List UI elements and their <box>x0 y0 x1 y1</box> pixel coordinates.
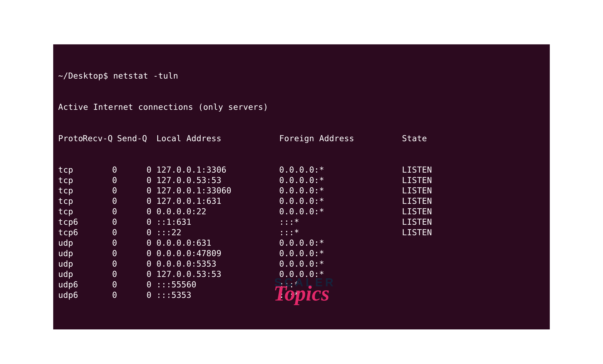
cell-foreign: 0.0.0.0:* <box>279 238 402 248</box>
cell-recvq: 0 <box>83 185 117 196</box>
scaler-topics-logo: SCALER Topics <box>267 277 336 304</box>
cell-state: LISTEN <box>402 217 441 227</box>
header-local: Local Address <box>151 133 279 144</box>
cell-recvq: 0 <box>83 248 117 259</box>
cell-state <box>402 248 441 259</box>
table-row: tcp00127.0.0.1:33060.0.0.0:*LISTEN <box>58 164 545 175</box>
cell-sendq: 0 <box>117 206 151 217</box>
cell-recvq: 0 <box>83 217 117 227</box>
cell-proto: tcp <box>58 185 83 196</box>
header-row: Proto Recv-Q Send-Q Local Address Foreig… <box>58 133 545 144</box>
cell-sendq: 0 <box>117 217 151 227</box>
cell-recvq: 0 <box>83 196 117 206</box>
header-state: State <box>402 133 441 144</box>
cell-sendq: 0 <box>117 164 151 175</box>
cell-recvq: 0 <box>83 206 117 217</box>
cell-proto: udp <box>58 248 83 259</box>
cell-recvq: 0 <box>83 259 117 269</box>
cell-sendq: 0 <box>117 238 151 248</box>
cell-foreign: 0.0.0.0:* <box>279 259 402 269</box>
table-row: tcp00127.0.0.53:530.0.0.0:*LISTEN <box>58 175 545 186</box>
cell-proto: tcp <box>58 206 83 217</box>
header-sendq: Send-Q <box>117 133 151 144</box>
cell-sendq: 0 <box>117 248 151 259</box>
table-row: tcp00127.0.0.1:6310.0.0.0:*LISTEN <box>58 196 545 206</box>
cell-proto: tcp <box>58 175 83 186</box>
cell-local: 0.0.0.0:22 <box>151 206 279 217</box>
header-proto: Proto <box>58 133 83 144</box>
cell-state <box>402 259 441 269</box>
logo-text-bottom: Topics <box>267 283 336 304</box>
cell-proto: udp <box>58 238 83 248</box>
cell-proto: tcp <box>58 196 83 206</box>
cell-foreign: 0.0.0.0:* <box>279 175 402 186</box>
cell-foreign: 0.0.0.0:* <box>279 196 402 206</box>
table-row: tcp600:::22:::*LISTEN <box>58 227 545 238</box>
cell-sendq: 0 <box>117 227 151 238</box>
cell-local: 0.0.0.0:47809 <box>151 248 279 259</box>
table-row: tcp600::1:631:::*LISTEN <box>58 217 545 227</box>
cell-state: LISTEN <box>402 164 441 175</box>
table-row: udp000.0.0.0:53530.0.0.0:* <box>58 259 545 269</box>
cell-recvq: 0 <box>83 175 117 186</box>
cell-state <box>402 238 441 248</box>
table-row: udp000.0.0.0:6310.0.0.0:* <box>58 238 545 248</box>
cell-local: :::22 <box>151 227 279 238</box>
cell-local: 127.0.0.1:33060 <box>151 185 279 196</box>
cell-sendq: 0 <box>117 259 151 269</box>
table-row: tcp000.0.0.0:220.0.0.0:*LISTEN <box>58 206 545 217</box>
cell-foreign: 0.0.0.0:* <box>279 164 402 175</box>
header-foreign: Foreign Address <box>279 133 402 144</box>
cell-local: 0.0.0.0:5353 <box>151 259 279 269</box>
cell-state: LISTEN <box>402 196 441 206</box>
cell-proto: udp <box>58 259 83 269</box>
cell-state: LISTEN <box>402 206 441 217</box>
cell-recvq: 0 <box>83 227 117 238</box>
cell-sendq: 0 <box>117 175 151 186</box>
table-row: udp000.0.0.0:478090.0.0.0:* <box>58 248 545 259</box>
cell-local: 127.0.0.1:3306 <box>151 164 279 175</box>
cell-proto: tcp6 <box>58 227 83 238</box>
cell-local: 127.0.0.1:631 <box>151 196 279 206</box>
cell-state: LISTEN <box>402 185 441 196</box>
cell-foreign: 0.0.0.0:* <box>279 248 402 259</box>
logo-container: SCALER Topics <box>0 277 603 304</box>
header-recvq: Recv-Q <box>83 133 117 144</box>
cell-foreign: :::* <box>279 217 402 227</box>
cell-state: LISTEN <box>402 175 441 186</box>
prompt-command: netstat -tuln <box>113 71 178 81</box>
prompt-line: ~/Desktop$ netstat -tuln <box>58 70 545 81</box>
cell-recvq: 0 <box>83 164 117 175</box>
cell-sendq: 0 <box>117 185 151 196</box>
prompt-path: ~/Desktop$ <box>58 71 113 81</box>
cell-foreign: 0.0.0.0:* <box>279 185 402 196</box>
cell-local: 0.0.0.0:631 <box>151 238 279 248</box>
cell-sendq: 0 <box>117 196 151 206</box>
cell-foreign: :::* <box>279 227 402 238</box>
cell-recvq: 0 <box>83 238 117 248</box>
cell-state: LISTEN <box>402 227 441 238</box>
cell-local: ::1:631 <box>151 217 279 227</box>
cell-proto: tcp <box>58 164 83 175</box>
cell-foreign: 0.0.0.0:* <box>279 206 402 217</box>
cell-local: 127.0.0.53:53 <box>151 175 279 186</box>
cell-proto: tcp6 <box>58 217 83 227</box>
caption-line: Active Internet connections (only server… <box>58 102 545 112</box>
page-canvas: ~/Desktop$ netstat -tuln Active Internet… <box>0 0 603 364</box>
table-row: tcp00127.0.0.1:330600.0.0.0:*LISTEN <box>58 185 545 196</box>
